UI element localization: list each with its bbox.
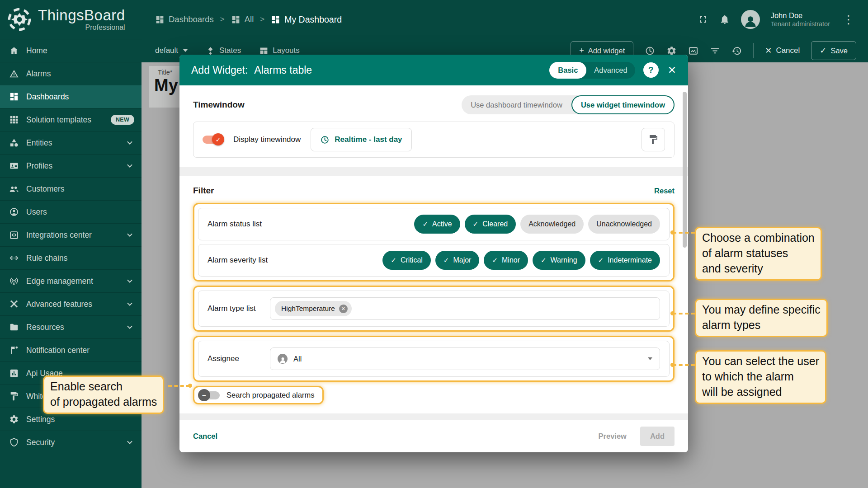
alarm-status-chips: ✓ Active ✓ Cleared Acknowledged bbox=[414, 215, 660, 234]
alarm-type-input[interactable]: HighTemperature ✕ bbox=[270, 297, 660, 320]
toggle-knob-checked: ✓ bbox=[212, 133, 224, 145]
check-icon: ✓ bbox=[443, 256, 449, 264]
user-meta[interactable]: John Doe Tenant administrator bbox=[771, 11, 830, 28]
timewindow-style-button[interactable] bbox=[642, 128, 665, 151]
assignee-select[interactable]: All bbox=[270, 347, 660, 370]
advanced-mode-button[interactable]: Advanced bbox=[586, 66, 635, 75]
dialog-footer: Cancel Preview Add bbox=[179, 420, 688, 452]
avatar[interactable] bbox=[741, 10, 760, 29]
severity-chip-warning[interactable]: ✓ Warning bbox=[533, 251, 585, 270]
version-history-button[interactable] bbox=[731, 46, 742, 56]
more-menu-button[interactable]: ⋮ bbox=[841, 14, 856, 25]
breadcrumb-my-dashboard[interactable]: My Dashboard bbox=[271, 14, 342, 25]
dashboard-icon bbox=[9, 92, 19, 102]
toolbar-cancel-label: Cancel bbox=[776, 46, 800, 55]
dialog-title-prefix: Add Widget: bbox=[191, 64, 248, 76]
sidebar-item-edge-management[interactable]: Edge management bbox=[0, 269, 142, 292]
take-screenshot-button[interactable] bbox=[688, 46, 698, 56]
assignee-value: All bbox=[293, 355, 302, 363]
chevron-down-icon bbox=[125, 323, 134, 332]
layouts-button[interactable]: Layouts bbox=[259, 46, 300, 56]
sidebar-item-notification-center[interactable]: Notification center bbox=[0, 338, 142, 361]
search-propagated-toggle[interactable]: − bbox=[199, 391, 220, 399]
fullscreen-button[interactable] bbox=[698, 14, 708, 25]
sidebar-item-label: Users bbox=[26, 207, 47, 217]
sidebar-item-security[interactable]: Security bbox=[0, 431, 142, 454]
dialog-cancel-button[interactable]: Cancel bbox=[193, 432, 217, 441]
sidebar-item-label: Resources bbox=[26, 323, 64, 332]
status-chip-unacknowledged[interactable]: Unacknowledged bbox=[588, 215, 660, 234]
filter-heading: Filter bbox=[193, 186, 214, 196]
check-icon: ✓ bbox=[820, 47, 826, 55]
chevron-down-icon bbox=[125, 230, 134, 239]
sidebar-item-rule-chains[interactable]: Rule chains bbox=[0, 246, 142, 269]
severity-chip-critical[interactable]: ✓ Critical bbox=[382, 251, 430, 270]
status-chip-cleared[interactable]: ✓ Cleared bbox=[465, 215, 516, 234]
sidebar-item-advanced-features[interactable]: Advanced features bbox=[0, 292, 142, 315]
help-button[interactable]: ? bbox=[643, 62, 659, 78]
filter-button[interactable] bbox=[710, 46, 720, 56]
basic-mode-button[interactable]: Basic bbox=[549, 62, 586, 79]
person-icon bbox=[278, 354, 288, 364]
status-severity-highlight-group: Alarm status list ✓ Active ✓ Cleared bbox=[193, 203, 675, 282]
annotation-propagated-search: Enable search of propagated alarms bbox=[43, 375, 164, 414]
dialog-close-button[interactable]: ✕ bbox=[668, 65, 676, 75]
sidebar-item-customers[interactable]: Customers bbox=[0, 177, 142, 200]
new-badge: NEW bbox=[111, 115, 134, 125]
sidebar-item-home[interactable]: Home bbox=[0, 39, 142, 62]
severity-chip-minor[interactable]: ✓ Minor bbox=[484, 251, 528, 270]
realtime-timewindow-button[interactable]: Realtime - last day bbox=[311, 128, 411, 151]
preview-button[interactable]: Preview bbox=[592, 427, 633, 445]
breadcrumb-dashboards[interactable]: Dashboards bbox=[155, 14, 214, 24]
sidebar-item-label: Notification center bbox=[26, 346, 90, 355]
add-widget-dialog: Add Widget: Alarms table Basic Advanced … bbox=[179, 55, 688, 452]
states-button[interactable]: States bbox=[206, 46, 241, 56]
display-timewindow-toggle[interactable]: ✓ bbox=[203, 136, 223, 144]
add-widget-label: Add widget bbox=[588, 47, 625, 55]
caret-down-icon bbox=[648, 357, 652, 360]
sidebar-item-users[interactable]: Users bbox=[0, 200, 142, 223]
toolbar-cancel-button[interactable]: ✕ Cancel bbox=[765, 46, 800, 55]
layouts-label: Layouts bbox=[273, 46, 300, 55]
remove-chip-icon[interactable]: ✕ bbox=[339, 305, 348, 313]
users-icon bbox=[9, 207, 19, 217]
breadcrumb-all[interactable]: All bbox=[231, 14, 254, 24]
sidebar-item-entities[interactable]: Entities bbox=[0, 131, 142, 154]
sidebar-item-integrations-center[interactable]: Integrations center bbox=[0, 223, 142, 246]
sidebar-item-label: Advanced features bbox=[26, 300, 92, 309]
thingsboard-logo[interactable]: ThingsBoard Professional bbox=[0, 0, 142, 39]
sidebar-item-solution-templates[interactable]: Solution templates NEW bbox=[0, 108, 142, 131]
filter-section: Filter Reset Alarm status list ✓ Active bbox=[179, 176, 688, 413]
alarm-severity-label: Alarm severity list bbox=[208, 256, 268, 265]
edge-antenna-icon bbox=[9, 276, 19, 286]
use-widget-timewindow-option[interactable]: Use widget timewindow bbox=[571, 95, 675, 114]
search-propagated-label: Search propagated alarms bbox=[226, 391, 314, 399]
severity-chip-indeterminate[interactable]: ✓ Indeterminate bbox=[590, 251, 660, 270]
annotation-connector-dot bbox=[670, 363, 675, 367]
close-icon: ✕ bbox=[765, 47, 772, 55]
reset-button[interactable]: Reset bbox=[654, 187, 675, 195]
sidebar-item-alarms[interactable]: Alarms bbox=[0, 62, 142, 85]
sidebar-item-dashboards[interactable]: Dashboards bbox=[0, 85, 142, 108]
status-chip-acknowledged[interactable]: Acknowledged bbox=[520, 215, 584, 234]
toolbar-save-button[interactable]: ✓ Save bbox=[811, 41, 856, 60]
notifications-button[interactable] bbox=[719, 14, 730, 25]
severity-chip-major[interactable]: ✓ Major bbox=[435, 251, 480, 270]
sidebar-item-profiles[interactable]: Profiles bbox=[0, 154, 142, 177]
clock-icon bbox=[320, 135, 330, 145]
modal-scrollbar-thumb[interactable] bbox=[683, 92, 687, 248]
breadcrumb-label: Dashboards bbox=[169, 14, 214, 24]
screenshot-icon bbox=[688, 46, 698, 56]
chevron-down-icon bbox=[125, 277, 134, 286]
status-chip-active[interactable]: ✓ Active bbox=[414, 215, 460, 234]
person-icon bbox=[743, 14, 758, 29]
filter-icon bbox=[710, 46, 720, 56]
fullscreen-icon bbox=[698, 14, 708, 25]
sidebar-item-label: Security bbox=[26, 438, 55, 447]
add-button[interactable]: Add bbox=[640, 427, 675, 446]
realtime-label: Realtime - last day bbox=[335, 135, 402, 144]
use-dashboard-timewindow-option[interactable]: Use dashboard timewindow bbox=[462, 101, 571, 109]
state-select[interactable]: default bbox=[155, 46, 188, 55]
sidebar-item-resources[interactable]: Resources bbox=[0, 315, 142, 338]
paint-roller-icon bbox=[9, 391, 19, 401]
